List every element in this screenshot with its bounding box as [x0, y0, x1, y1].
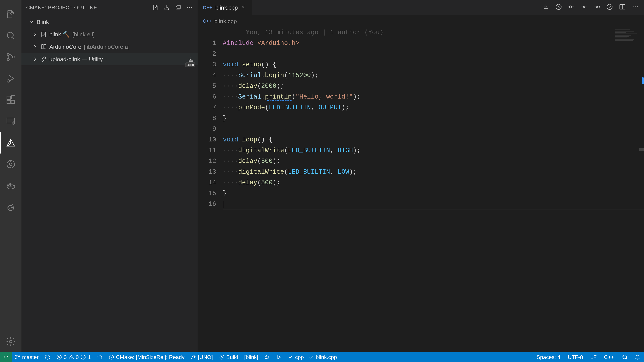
build-icon[interactable]: [188, 56, 194, 62]
svg-rect-9: [7, 118, 14, 123]
close-icon[interactable]: [241, 4, 246, 11]
run-icon[interactable]: [606, 3, 613, 12]
status-problems[interactable]: 0 0 1: [53, 352, 94, 362]
svg-point-19: [12, 207, 13, 208]
sidebar: CMAKE: PROJECT OUTLINE Blink 1001 blink …: [22, 0, 198, 352]
collapse-all-icon[interactable]: [175, 4, 182, 11]
binary-icon: 1001: [40, 31, 47, 38]
svg-point-38: [16, 358, 17, 359]
activity-scm[interactable]: [0, 46, 22, 68]
commit-prev-icon[interactable]: [580, 3, 588, 12]
tree-root-label: Blink: [36, 19, 49, 25]
tree-item-blink[interactable]: 1001 blink 🔨 [blink.elf]: [22, 28, 198, 40]
scrollbar-thumb[interactable]: [639, 148, 644, 151]
chevron-right-icon: [32, 56, 38, 62]
tree-item-upload-blink[interactable]: upload-blink — Utility Build: [22, 53, 198, 65]
svg-point-23: [189, 7, 190, 8]
status-eol[interactable]: LF: [587, 352, 600, 362]
activity-explorer[interactable]: [0, 3, 22, 25]
tab-bar: C++ blink.cpp: [198, 0, 644, 15]
status-feedback[interactable]: [618, 352, 631, 362]
status-language[interactable]: C++: [600, 352, 618, 362]
build-tooltip: Build: [186, 62, 195, 67]
split-editor-icon[interactable]: [619, 3, 626, 12]
status-kit[interactable]: [UNO]: [188, 352, 216, 362]
history-icon[interactable]: [555, 3, 562, 12]
tree-item-arduinocore[interactable]: ArduinoCore [libArduinoCore.a]: [22, 40, 198, 53]
chevron-right-icon: [32, 44, 38, 50]
status-home[interactable]: [94, 352, 106, 362]
svg-text:01: 01: [42, 34, 44, 37]
library-icon: [40, 43, 47, 50]
code-body[interactable]: You, 13 minutes ago | 1 author (You) #in…: [223, 27, 644, 352]
code-area[interactable]: 1234 5678 9101112 13141516 You, 13 minut…: [198, 27, 644, 352]
download-icon[interactable]: [542, 3, 550, 12]
svg-rect-5: [7, 96, 10, 99]
activity-gitlens[interactable]: [0, 153, 22, 175]
activity-extensions[interactable]: [0, 89, 22, 111]
svg-point-44: [266, 356, 268, 359]
svg-point-34: [632, 6, 634, 7]
tree-item-label: ArduinoCore [libArduinoCore.a]: [49, 43, 130, 50]
status-encoding[interactable]: UTF-8: [564, 352, 587, 362]
svg-point-2: [7, 58, 10, 61]
new-file-icon[interactable]: [152, 4, 159, 11]
commit-current-icon[interactable]: [568, 3, 575, 12]
status-lint[interactable]: cpp | blink.cpp: [285, 352, 340, 362]
svg-point-30: [584, 6, 585, 8]
activity-bar: [0, 0, 22, 352]
status-run[interactable]: [273, 352, 285, 362]
status-target[interactable]: [blink]: [241, 352, 261, 362]
activity-search[interactable]: [0, 25, 22, 46]
chevron-down-icon: [28, 19, 34, 25]
tree-item-label: upload-blink — Utility: [49, 56, 103, 62]
download-icon[interactable]: [163, 4, 170, 11]
activity-cmake[interactable]: [0, 132, 22, 153]
svg-point-0: [8, 32, 13, 38]
svg-rect-14: [9, 185, 10, 186]
status-remote[interactable]: [0, 352, 12, 362]
status-bell[interactable]: [631, 352, 644, 362]
svg-point-1: [7, 53, 10, 56]
commit-next-icon[interactable]: [593, 3, 600, 12]
cpp-badge-icon: C++: [203, 5, 212, 10]
status-debug[interactable]: [261, 352, 273, 362]
more-icon[interactable]: [186, 4, 193, 11]
cursor: [223, 201, 224, 208]
status-spaces[interactable]: Spaces: 4: [533, 352, 564, 362]
activity-settings[interactable]: [0, 331, 22, 352]
sidebar-header: CMAKE: PROJECT OUTLINE: [22, 0, 198, 15]
svg-point-31: [596, 6, 598, 8]
svg-point-37: [16, 355, 17, 356]
editor: C++ blink.cpp C++ b: [198, 0, 644, 352]
activity-docker[interactable]: [0, 175, 22, 196]
status-cmake[interactable]: CMake: [MinSizeRel]: Ready: [106, 352, 188, 362]
status-sync[interactable]: [42, 352, 53, 362]
svg-point-29: [570, 6, 572, 8]
cpp-badge-icon: C++: [203, 18, 212, 24]
status-branch[interactable]: master: [12, 352, 42, 362]
activity-debug[interactable]: [0, 68, 22, 89]
breadcrumb-filename: blink.cpp: [214, 18, 237, 24]
breadcrumb[interactable]: C++ blink.cpp: [198, 15, 644, 27]
svg-point-24: [191, 7, 192, 8]
svg-point-22: [187, 7, 188, 8]
svg-rect-8: [12, 96, 15, 99]
more-icon[interactable]: [632, 3, 639, 12]
minimap[interactable]: [615, 29, 642, 42]
sidebar-title: CMAKE: PROJECT OUTLINE: [26, 5, 97, 10]
svg-point-3: [12, 56, 14, 58]
chevron-right-icon: [32, 31, 38, 37]
tab-filename: blink.cpp: [215, 4, 238, 11]
gutter: 1234 5678 9101112 13141516: [198, 27, 223, 352]
status-build[interactable]: Build: [216, 352, 241, 362]
tools-icon: [40, 56, 47, 62]
svg-point-32: [607, 4, 612, 9]
activity-platformio[interactable]: [0, 196, 22, 218]
svg-point-36: [636, 6, 638, 7]
scrollbar-marker: [642, 77, 644, 84]
svg-point-43: [221, 357, 222, 358]
activity-remote[interactable]: [0, 111, 22, 132]
tab-blink-cpp[interactable]: C++ blink.cpp: [198, 0, 252, 15]
tree-root[interactable]: Blink: [22, 16, 198, 28]
